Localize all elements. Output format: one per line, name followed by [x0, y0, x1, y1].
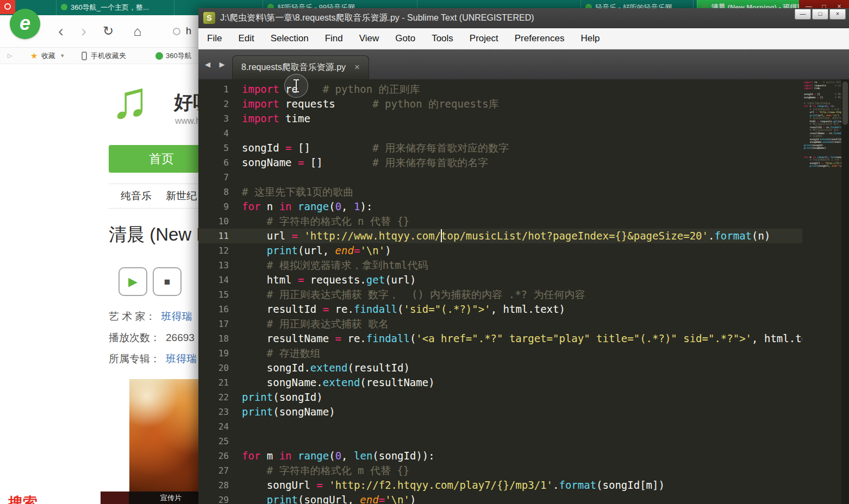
chevron-down-icon[interactable]: ▾: [61, 48, 64, 64]
menu-view[interactable]: View: [353, 28, 386, 49]
menu-find[interactable]: Find: [319, 28, 349, 49]
text-caret: [441, 229, 442, 242]
code-line-10[interactable]: 10 # 字符串的格式化 n 代替 {}: [198, 214, 849, 229]
code-line-7[interactable]: 7: [198, 170, 849, 185]
line-number: 9: [198, 199, 229, 214]
info-value[interactable]: 班得瑞: [161, 311, 192, 322]
code-text: [229, 126, 242, 141]
tab-close-icon[interactable]: ×: [354, 62, 360, 72]
code-text: [229, 434, 242, 449]
minimap-line-29[interactable]: 29 print(songUrl, end='\n'): [802, 165, 841, 168]
code-line-4[interactable]: 4: [198, 126, 849, 141]
code-line-19[interactable]: 19 # 存进数组: [198, 346, 849, 361]
code-line-17[interactable]: 17 # 用正则表达式捕获 歌名: [198, 317, 849, 331]
code-line-29[interactable]: 29 print(songUrl, end='\n'): [198, 493, 849, 504]
code-line-5[interactable]: 5songId = [] # 用来储存每首歌对应的数字: [198, 141, 849, 155]
ibeam-cursor-icon: [296, 80, 297, 92]
site-name: 好听轻音乐: [174, 90, 198, 115]
code-line-25[interactable]: 25: [198, 434, 849, 449]
promo-banner: 宣传片: [101, 492, 198, 504]
line-number: 29: [198, 493, 229, 504]
code-line-26[interactable]: 26for m in range(0, len(songId)):: [198, 449, 849, 463]
stop-button[interactable]: ■: [153, 267, 182, 296]
code-line-24[interactable]: 24: [198, 419, 849, 434]
line-number: 4: [198, 126, 229, 141]
minimap-line-6[interactable]: 6songName = [] # 用来储存每首歌的名字: [802, 96, 841, 99]
tab-scroll-left-icon[interactable]: ◀: [205, 49, 210, 79]
minimap[interactable]: 1import re # python 的正则库2import requests…: [802, 79, 841, 504]
code-line-9[interactable]: 9for n in range(0, 1):: [198, 199, 849, 214]
menu-selection[interactable]: Selection: [264, 28, 315, 49]
code-line-15[interactable]: 15 # 用正则表达式捕获 数字， () 内为捕获的内容 .*? 为任何内容: [198, 287, 849, 302]
code-line-28[interactable]: 28 songUrl = 'http://f2.htqyy.com/play7/…: [198, 478, 849, 493]
code-line-3[interactable]: 3import time: [198, 111, 849, 126]
code-text: # 字符串的格式化 n 代替 {}: [229, 214, 409, 229]
browser-logo[interactable]: e: [10, 9, 40, 39]
code-line-12[interactable]: 12 print(url, end='\n'): [198, 243, 849, 258]
homepage-button[interactable]: 首页: [109, 145, 198, 173]
code-line-11[interactable]: 11 url = 'http://www.htqyy.com/top/music…: [198, 229, 849, 243]
search-label[interactable]: 搜索: [8, 493, 38, 504]
menu-project[interactable]: Project: [463, 28, 505, 49]
code-line-2[interactable]: 2import requests # python 的requests库: [198, 97, 849, 111]
site-info-icon[interactable]: [173, 28, 180, 35]
code-line-21[interactable]: 21 songName.extend(resultName): [198, 375, 849, 390]
menu-goto[interactable]: Goto: [389, 28, 422, 49]
maximize-button[interactable]: □: [812, 9, 828, 20]
code-text: for m in range(0, len(songId)):: [229, 449, 435, 463]
forward-button[interactable]: ›: [74, 15, 93, 48]
page-nav-tab-2[interactable]: 新世纪: [166, 184, 197, 208]
minimize-button[interactable]: —: [795, 9, 811, 20]
360-icon: [155, 52, 163, 60]
code-text: print(url, end='\n'): [229, 243, 391, 258]
bookmark-360nav[interactable]: 360导航: [166, 48, 192, 64]
phone-icon: [82, 52, 87, 60]
menu-file[interactable]: File: [201, 28, 228, 49]
line-number: 22: [198, 390, 229, 405]
browser-tab-1[interactable]: 360导航_一个主页，整...: [56, 0, 174, 15]
favorites-button[interactable]: 收藏: [41, 48, 55, 64]
scrollbar[interactable]: [841, 79, 849, 504]
code-text: import time: [802, 87, 820, 90]
refresh-icon[interactable]: ↻: [99, 15, 117, 48]
code-line-20[interactable]: 20 songId.extend(resultId): [198, 361, 849, 375]
star-icon: ★: [30, 48, 38, 64]
code-text: print(songName): [229, 405, 335, 419]
code-line-23[interactable]: 23print(songName): [198, 405, 849, 419]
music-note-icon: ♫: [110, 74, 149, 126]
code-line-16[interactable]: 16 resultId = re.findall('sid="(.*?)">',…: [198, 302, 849, 317]
menu-tools[interactable]: Tools: [425, 28, 460, 49]
code-text: [229, 419, 242, 434]
menu-edit[interactable]: Edit: [232, 28, 260, 49]
info-label: 播放次数：: [109, 332, 160, 343]
code-text: import re # python 的正则库: [229, 82, 420, 97]
browser-logo-icon: [4, 3, 11, 10]
code-line-13[interactable]: 13 # 模拟浏览器请求，拿到html代码: [198, 258, 849, 273]
site-url: www.htqyy.com: [175, 116, 198, 126]
collapse-sidebar-icon[interactable]: ▷: [8, 48, 12, 64]
minimap-lines: 1import re # python 的正则库2import requests…: [802, 79, 841, 168]
code-text: print(songUrl, end='\n'): [802, 165, 841, 168]
scrollbar-thumb[interactable]: [842, 81, 848, 125]
code-line-8[interactable]: 8# 这里先下载1页的歌曲: [198, 185, 849, 199]
tab-scroll-right-icon[interactable]: ▶: [219, 49, 224, 79]
bookmark-mobile-folder[interactable]: 手机收藏夹: [91, 48, 126, 64]
play-button[interactable]: ▶: [118, 267, 147, 296]
code-line-22[interactable]: 22print(songId): [198, 390, 849, 405]
code-text: # 存进数组: [229, 346, 321, 361]
back-button[interactable]: ‹: [52, 15, 70, 48]
info-value[interactable]: 班得瑞: [166, 353, 197, 364]
page-nav-tab-1[interactable]: 纯音乐: [121, 184, 152, 208]
code-line-14[interactable]: 14 html = requests.get(url): [198, 273, 849, 287]
browser-menu-icon[interactable]: [0, 0, 15, 14]
menu-help[interactable]: Help: [574, 28, 606, 49]
code-line-18[interactable]: 18 resultName = re.findall('<a href=".*?…: [198, 331, 849, 346]
code-line-6[interactable]: 6songName = [] # 用来储存每首歌的名字: [198, 155, 849, 170]
close-button[interactable]: ×: [829, 9, 846, 20]
menu-preferences[interactable]: Preferences: [508, 28, 571, 49]
address-bar[interactable]: h: [186, 15, 191, 48]
home-icon[interactable]: ⌂: [128, 15, 147, 48]
code-editor[interactable]: 1import re # python 的正则库2import requests…: [198, 79, 849, 504]
code-line-27[interactable]: 27 # 字符串的格式化 m 代替 {}: [198, 463, 849, 478]
code-text: resultName = re.findall('<a href=".*?" t…: [229, 331, 826, 346]
